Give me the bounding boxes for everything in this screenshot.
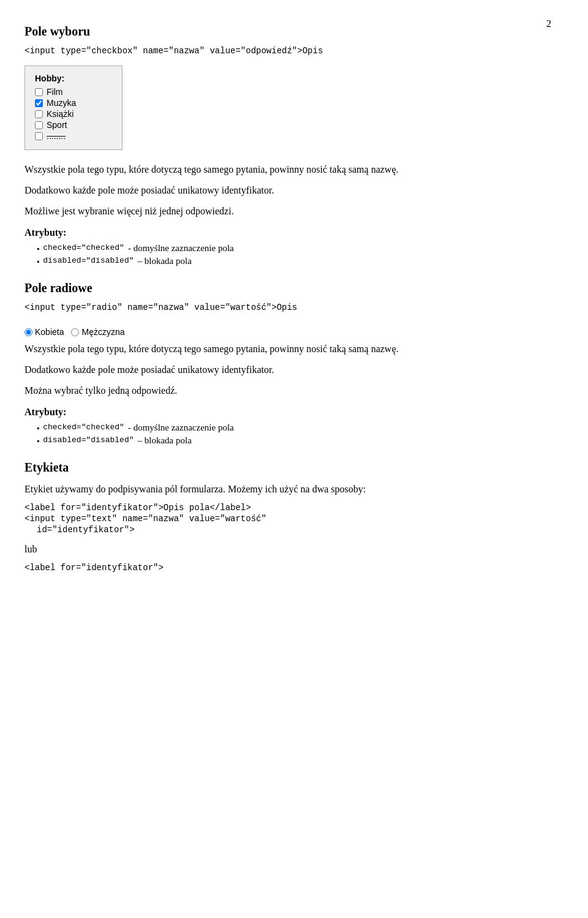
section2-attr-1-code: checked="checked" [43, 423, 124, 432]
section2-attributes-title: Atrybuty: [24, 407, 551, 418]
section1-attr-2-code: disabled="disabled" [43, 256, 134, 265]
demo-item-sport-label: Sport [47, 120, 67, 130]
section1-demo-box: Hobby: Film Muzyka Książki Sport .......… [24, 66, 123, 150]
section1-attr-1: checked="checked" - domyślne zaznaczenie… [37, 243, 551, 254]
section2-demo: Kobieta Mężczyzna [24, 322, 551, 342]
demo-item-ksiazki: Książki [35, 109, 112, 119]
demo-item-dots: ........ [35, 131, 112, 141]
section2-attributes-list: checked="checked" - domyślne zaznaczenie… [24, 423, 551, 446]
radio-item-mezczyzna: Mężczyzna [71, 327, 124, 337]
section3-code-line-2: <input type="text" name="nazwa" value="w… [24, 514, 551, 524]
radio-mezczyzna[interactable] [71, 328, 79, 336]
demo-item-dots-label: ........ [47, 131, 66, 141]
section3-code-line-1: <label for="identyfikator">Opis pola</la… [24, 503, 551, 513]
demo-item-muzyka-label: Muzyka [47, 98, 76, 108]
section1-attributes: Atrybuty: checked="checked" - domyślne z… [24, 227, 551, 266]
section1-desc3: Możliwe jest wybranie więcej niż jednej … [24, 204, 551, 219]
section1-desc2: Dodatkowo każde pole może posiadać unika… [24, 183, 551, 198]
section2-code: <input type="radio" name="nazwa" value="… [24, 303, 551, 312]
section2-attr-1-desc: - domyślne zaznaczenie pola [128, 423, 234, 433]
section1-attr-2-desc: – blokada pola [138, 256, 192, 266]
section2-attr-2: disabled="disabled" – blokada pola [37, 435, 551, 446]
section2-attr-1: checked="checked" - domyślne zaznaczenie… [37, 423, 551, 433]
section2-attr-2-desc: – blokada pola [138, 435, 192, 446]
section1-title: Pole wyboru [24, 24, 551, 39]
section1-attributes-title: Atrybuty: [24, 227, 551, 238]
section-pole-radiowe: Pole radiowe <input type="radio" name="n… [24, 281, 551, 446]
section3-separator: lub [24, 542, 551, 557]
radio-item-kobieta: Kobieta [24, 327, 64, 337]
checkbox-film[interactable] [35, 88, 43, 96]
section2-desc3: Można wybrać tylko jedną odpowiedź. [24, 383, 551, 398]
checkbox-muzyka[interactable] [35, 99, 43, 107]
section3-code-block: <label for="identyfikator">Opis pola</la… [24, 503, 551, 535]
section2-desc1: Wszystkie pola tego typu, które dotyczą … [24, 342, 551, 356]
checkbox-dots[interactable] [35, 132, 43, 140]
section3-code-block-2: <label for="identyfikator"> [24, 563, 551, 573]
demo-item-film-label: Film [47, 87, 62, 97]
section1-desc1: Wszystkie pola tego typu, które dotyczą … [24, 162, 551, 177]
section2-attributes: Atrybuty: checked="checked" - domyślne z… [24, 407, 551, 446]
section1-demo-label: Hobby: [35, 73, 112, 83]
demo-item-muzyka: Muzyka [35, 98, 112, 108]
demo-item-film: Film [35, 87, 112, 97]
section1-code: <input type="checkbox" name="nazwa" valu… [24, 46, 551, 56]
section1-attr-1-code: checked="checked" [43, 243, 124, 252]
radio-kobieta[interactable] [24, 328, 32, 336]
section3-code-line-4: <label for="identyfikator"> [24, 563, 551, 573]
section3-code-line-3: id="identyfikator"> [24, 525, 551, 535]
section1-attributes-list: checked="checked" - domyślne zaznaczenie… [24, 243, 551, 266]
section3-desc1: Etykiet używamy do podpisywania pól form… [24, 482, 551, 497]
demo-item-sport: Sport [35, 120, 112, 130]
page-number: 2 [546, 18, 551, 29]
demo-item-ksiazki-label: Książki [47, 109, 74, 119]
section-pole-wyboru: Pole wyboru <input type="checkbox" name=… [24, 24, 551, 266]
section1-attr-1-desc: - domyślne zaznaczenie pola [128, 243, 234, 254]
checkbox-ksiazki[interactable] [35, 110, 43, 118]
radio-mezczyzna-label: Mężczyzna [81, 327, 124, 337]
section-etykieta: Etykieta Etykiet używamy do podpisywania… [24, 461, 551, 573]
section2-title: Pole radiowe [24, 281, 551, 295]
section2-attr-2-code: disabled="disabled" [43, 435, 134, 445]
section3-title: Etykieta [24, 461, 551, 475]
checkbox-sport[interactable] [35, 121, 43, 129]
radio-kobieta-label: Kobieta [35, 327, 64, 337]
section2-desc2: Dodatkowo każde pole może posiadać unika… [24, 363, 551, 377]
section1-attr-2: disabled="disabled" – blokada pola [37, 256, 551, 266]
